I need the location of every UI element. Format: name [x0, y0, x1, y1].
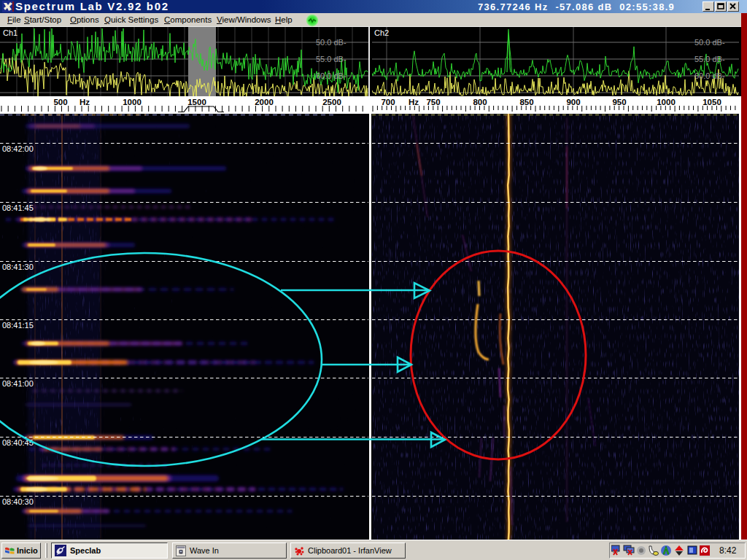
- svg-text:Hz: Hz: [80, 98, 90, 106]
- svg-text:2500: 2500: [322, 98, 341, 106]
- svg-text:Hz: Hz: [409, 98, 419, 106]
- svg-text:800: 800: [473, 98, 487, 106]
- svg-text:50.0 dB-: 50.0 dB-: [316, 38, 347, 47]
- svg-text:1000: 1000: [123, 98, 142, 106]
- svg-text:900: 900: [566, 98, 580, 106]
- svg-text:50.0 dB-: 50.0 dB-: [694, 38, 725, 47]
- svg-text:2000: 2000: [255, 98, 274, 106]
- svg-text:500: 500: [53, 98, 67, 106]
- svg-text:750: 750: [426, 98, 440, 106]
- svg-text:1000: 1000: [657, 98, 676, 106]
- svg-text:60.0 dB-: 60.0 dB-: [694, 71, 725, 80]
- svg-text:700: 700: [381, 98, 395, 106]
- svg-text:950: 950: [612, 98, 626, 106]
- svg-text:60.0 dB-: 60.0 dB-: [316, 71, 347, 80]
- svg-text:1050: 1050: [703, 98, 721, 106]
- svg-text:55.0 dB-: 55.0 dB-: [694, 55, 725, 63]
- svg-text:55.0 dB-: 55.0 dB-: [316, 55, 347, 63]
- svg-text:850: 850: [519, 98, 533, 106]
- svg-text:1500: 1500: [187, 98, 206, 106]
